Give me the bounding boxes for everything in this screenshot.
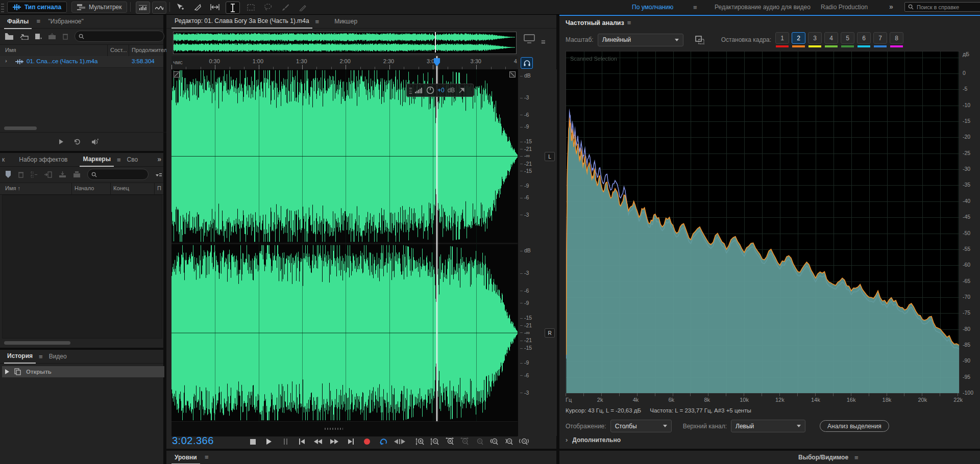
zoom-out-vertical-button[interactable] [430,437,440,446]
tab-effects-rack[interactable]: Набор эффектов [16,153,70,166]
frame-hold-button-7[interactable]: 7 [873,32,887,44]
overview-playhead[interactable] [435,32,436,53]
editor-panel-menu-icon[interactable]: ≡ [315,18,320,25]
tab-selection-view[interactable]: Выбор/Видимое [795,451,851,464]
tab-levels[interactable]: Уровни [172,451,200,464]
files-loop-button[interactable] [74,139,81,145]
waveform-display-toggle[interactable] [136,2,150,14]
column-marker-start[interactable]: Начало [75,185,94,191]
skip-back-button[interactable] [297,437,306,446]
help-search-input[interactable]: Поиск в справке [904,2,980,12]
files-play-button[interactable] [59,139,63,144]
playhead[interactable] [436,56,437,421]
workspace-overflow-chevron[interactable]: » [889,3,893,11]
column-marker-end[interactable]: Конец [113,185,129,191]
move-tool-button[interactable] [174,2,187,13]
zoom-handle-left-icon[interactable] [174,71,180,78]
zoom-handle-right-icon[interactable] [509,71,516,78]
fast-forward-button[interactable] [330,437,339,446]
levels-panel-menu-icon[interactable]: ≡ [205,453,209,461]
import-file-icon[interactable] [20,33,29,40]
frame-hold-button-2[interactable]: 2 [792,32,805,44]
pencil-tool-button[interactable] [296,2,309,13]
tab-markers[interactable]: Маркеры [80,153,113,167]
advanced-label[interactable]: Дополнительно [572,436,621,444]
frame-hold-button-5[interactable]: 5 [841,32,854,44]
frame-hold-button-4[interactable]: 4 [824,32,838,44]
hud-pin-icon[interactable] [459,88,464,93]
zoom-selection-button[interactable] [519,437,529,446]
new-content-icon[interactable] [35,33,42,40]
analyze-selection-button[interactable]: Анализ выделения [820,420,889,432]
delete-marker-icon[interactable] [18,171,24,178]
expand-chevron-icon[interactable]: › [5,58,7,64]
time-ruler[interactable]: чмс 0:301:001:302:002:303:003:304:00 [172,56,518,70]
zoom-out-horizontal-button[interactable] [460,437,470,446]
display-mode-icon[interactable] [524,34,535,43]
advanced-expander-icon[interactable]: › [566,436,568,444]
workspace-menu-icon[interactable]: ≡ [693,4,697,11]
export-audio-icon[interactable] [73,171,81,178]
brush-tool-button[interactable] [279,2,292,13]
tab-editor[interactable]: Редактор: 01. Слава Богу За Все (Часть 1… [172,15,312,29]
waveform-area[interactable]: +0 dB [172,69,518,436]
tab-favorites[interactable]: "Избранное" [45,15,86,28]
spectral-display-toggle[interactable] [152,2,166,14]
frame-hold-button-3[interactable]: 3 [808,32,822,44]
workspace-video-editing[interactable]: Редактирование аудио для видео [715,4,811,11]
markers-search-input[interactable] [87,169,149,180]
scale-select[interactable]: Линейный [598,34,683,46]
tab-history[interactable]: История [4,350,36,364]
frame-hold-button-1[interactable]: 1 [775,32,789,44]
ibeam-tool-button[interactable] [226,2,240,14]
skip-forward-button[interactable] [346,437,355,446]
open-folder-icon[interactable] [5,33,14,40]
hud-gain-value[interactable]: +0 [437,87,445,94]
channel-left-button[interactable]: L [545,152,555,161]
frame-hold-button-6[interactable]: 6 [857,32,871,44]
editor-options-menu-icon[interactable]: ≡ [541,37,546,46]
zoom-left-edge-button[interactable] [489,437,500,446]
history-panel-menu-icon[interactable]: ≡ [39,353,43,360]
play-button[interactable] [264,437,274,446]
trash-icon[interactable] [62,33,68,40]
history-row-open[interactable]: Открыть [2,366,164,377]
display-mode-select[interactable]: Столбы [610,420,672,432]
merge-markers-icon[interactable] [31,171,38,178]
column-name[interactable]: Имя [5,47,16,53]
zoom-reset-button[interactable] [475,437,485,446]
marker-list-options-icon[interactable] [155,171,162,178]
skip-io-button[interactable] [395,437,404,446]
time-display[interactable]: 3:02.366 [172,435,214,447]
insert-into-playlist-icon[interactable] [44,171,52,178]
selection-view-menu-icon[interactable]: ≡ [854,454,859,461]
channel-right-button[interactable]: R [545,328,555,338]
tab-properties[interactable]: Сво [124,153,141,166]
markers-panel-menu-icon[interactable]: ≡ [117,156,121,164]
lasso-tool-button[interactable] [261,2,275,13]
save-icon[interactable] [48,33,56,40]
waveform-view-button[interactable]: Тип сигнала [7,2,67,13]
export-markers-icon[interactable] [59,171,66,178]
loop-button[interactable] [379,437,388,446]
spectrum-chart[interactable]: Scanned Selection [566,51,960,394]
top-channel-select[interactable]: Левый [731,420,805,432]
files-autoplay-speaker-icon[interactable] [91,139,100,145]
tab-mixer[interactable]: Микшер [331,15,360,28]
files-hscrollbar[interactable] [4,126,37,130]
zoom-in-horizontal-button[interactable] [445,437,455,446]
stop-button[interactable] [248,437,257,446]
tab-truncated[interactable]: к [0,153,8,166]
razor-tool-button[interactable] [191,2,204,13]
editor-resize-handle[interactable] [325,428,343,430]
add-marker-icon[interactable] [5,171,11,178]
monitor-icon[interactable] [521,57,533,69]
markers-hscrollbar[interactable] [4,341,70,345]
copy-frame-icon[interactable] [695,35,705,45]
tab-files[interactable]: Файлы [4,15,32,29]
zoom-right-edge-button[interactable] [504,437,514,446]
rewind-button[interactable] [313,437,323,446]
amplitude-scale[interactable]: dB-3-6-9-15-21-∞-21-15-9-6-3 dB-3-6-9-15… [518,69,557,436]
multitrack-view-button[interactable]: Мультитрек [71,2,127,13]
hud-grip-icon[interactable] [409,87,412,94]
